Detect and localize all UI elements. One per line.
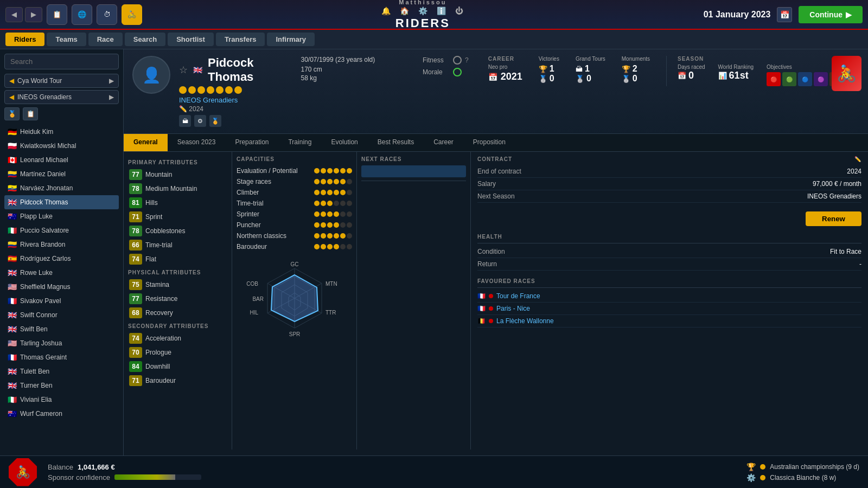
svg-text:HIL: HIL (250, 310, 258, 316)
tab-search[interactable]: Search (125, 33, 165, 46)
grand-tours-label: Grand Tours (576, 56, 605, 62)
morale-indicator (453, 68, 462, 76)
rider-item[interactable]: 🇬🇧Tulett Ben (4, 364, 119, 378)
tab-race[interactable]: Race (88, 33, 123, 46)
sponsor-row: Sponsor confidence (48, 473, 201, 481)
contract-title: CONTRACT ✏️ (477, 156, 861, 162)
neo-pro-label: Neo pro (488, 64, 522, 70)
rider-contract: ✏️ 2024 (179, 105, 292, 113)
info-icon[interactable]: ℹ️ (437, 7, 448, 15)
tab-transfers[interactable]: Transfers (216, 33, 265, 46)
rider-item[interactable]: 🇬🇧Turner Ben (4, 378, 119, 393)
rider-item[interactable]: 🇬🇧Swift Ben (4, 322, 119, 336)
rider-item[interactable]: 🇵🇱Kwiatkowski Michal (4, 139, 119, 153)
obj-icon-3: 🔵 (798, 72, 812, 86)
rider-header: 👤 ☆ 🇬🇧 Pidcock Thomas INEOS Grenadiers ✏… (124, 49, 868, 134)
rider-item[interactable]: 🇮🇹Puccio Salvatore (4, 223, 119, 237)
sort-icon-2[interactable]: 📋 (23, 107, 38, 120)
victories-gold: 🏆 1 (539, 64, 559, 74)
rider-item[interactable]: 🇺🇸Tarling Joshua (4, 336, 119, 350)
team2-dropdown[interactable]: ◀ INEOS Grenadiers ▶ (4, 90, 119, 104)
top-bar-right: 01 January 2023 📅 Continue ▶ (704, 6, 863, 23)
renew-button[interactable]: Renew (806, 211, 861, 226)
race-dot-1 (489, 294, 493, 298)
rider-item[interactable]: 🇪🇨Narváez Jhonatan (4, 181, 119, 195)
tab-riders[interactable]: Riders (5, 33, 44, 46)
rider-item[interactable]: 🇪🇸Rodríguez Carlos (4, 252, 119, 266)
tab-training[interactable]: Training (278, 134, 321, 151)
contract-panel: CONTRACT ✏️ End of contract 2024 Salary … (471, 152, 868, 450)
svg-text:TTR: TTR (326, 310, 336, 316)
top-bar: ◀ ▶ 📋 🌐 ⏱ 🚴 Matthissou 🔔 🏠 ⚙️ ℹ️ ⏻ RIDER… (0, 0, 868, 30)
sort-icon-1[interactable]: 🏅 (4, 107, 20, 120)
rider-item[interactable]: 🇫🇷Sivakov Pavel (4, 294, 119, 308)
power-icon[interactable]: ⏻ (455, 7, 464, 15)
rider-item[interactable]: 🇫🇷Thomas Geraint (4, 350, 119, 364)
cap-northern: Northern classics (237, 230, 352, 241)
tab-teams[interactable]: Teams (47, 33, 86, 46)
next-races-title: NEXT RACES (361, 156, 466, 162)
career-label: CAREER (488, 56, 522, 62)
balance-row: Balance 1,041,666 € (48, 463, 201, 471)
cap-timetrial: Time-trial (237, 198, 352, 209)
weight-info: 58 kg (301, 74, 414, 82)
clock-icon[interactable]: ⏱ (97, 4, 117, 25)
tab-preparation[interactable]: Preparation (225, 134, 278, 151)
cap-climber: Climber (237, 187, 352, 198)
rider-item-pidcock[interactable]: 🇬🇧Pidcock Thomas (4, 195, 119, 209)
forward-button[interactable]: ▶ (25, 7, 42, 22)
race-dot-2 (489, 306, 493, 311)
schedule-icon[interactable]: 📋 (47, 4, 67, 25)
attr-baroudeur: 71 Baroudeur (128, 374, 227, 388)
specialty-icon-1: 🏔 (179, 115, 191, 127)
top-bar-left: ◀ ▶ 📋 🌐 ⏱ 🚴 (5, 4, 142, 25)
france-flag-1: 🇫🇷 (477, 292, 486, 300)
world-ranking: World Ranking 📊 61st (718, 64, 754, 86)
tab-shortlist[interactable]: Shortlist (168, 33, 214, 46)
rider-item[interactable]: 🇦🇺Plapp Luke (4, 209, 119, 223)
career-stats: CAREER Neo pro 📅 2021 Victories 🏆 1 🥈 (488, 56, 859, 86)
continue-button[interactable]: Continue ▶ (799, 6, 863, 23)
favorite-star[interactable]: ☆ (179, 64, 188, 76)
tab-best-results[interactable]: Best Results (368, 134, 424, 151)
continue-arrow: ▶ (846, 10, 852, 19)
bell-icon[interactable]: 🔔 (381, 7, 392, 15)
back-button[interactable]: ◀ (5, 7, 23, 22)
tab-proposition[interactable]: Proposition (463, 134, 515, 151)
rider-item[interactable]: 🇨🇦Leonard Michael (4, 153, 119, 167)
edit-icon[interactable]: ✏️ (854, 156, 861, 162)
obj-icon-1: 🔴 (767, 72, 781, 86)
attr-sprint: 71 Sprint (128, 210, 227, 224)
rider-item[interactable]: 🇮🇹Viviani Elia (4, 393, 119, 407)
divider (361, 181, 466, 181)
team1-dropdown[interactable]: ◀ Cya World Tour ▶ (4, 74, 119, 88)
rider-item[interactable]: 🇦🇺Wurf Cameron (4, 407, 119, 421)
tab-evolution[interactable]: Evolution (321, 134, 367, 151)
globe-icon[interactable]: 🌐 (72, 4, 92, 25)
panels-row: PRIMARY ATTRIBUTES 77 Mountain 78 Medium… (124, 152, 868, 450)
settings-icon[interactable]: ⚙️ (418, 7, 429, 15)
tab-season2023[interactable]: Season 2023 (168, 134, 226, 151)
rider-item[interactable]: 🇺🇸Sheffield Magnus (4, 280, 119, 294)
home-icon[interactable]: 🏠 (400, 7, 411, 15)
rider-item[interactable]: 🇬🇧Swift Connor (4, 308, 119, 322)
svg-text:BAR: BAR (252, 296, 264, 302)
tab-general[interactable]: General (124, 134, 168, 151)
nav-tabs-bar: Riders Teams Race Search Shortlist Trans… (0, 30, 868, 49)
rider-avatar: 👤 (132, 56, 170, 94)
tab-career[interactable]: Career (424, 134, 463, 151)
favoured-races-section: FAVOURED RACES 🇫🇷 Tour de France 🇫🇷 Pari… (477, 278, 861, 328)
rider-item[interactable]: 🇩🇪Heiduk Kim (4, 125, 119, 139)
rider-physical: 30/07/1999 (23 years old) 170 cm 58 kg (301, 56, 414, 82)
monuments-section: Monuments 🏆 2 🥈 0 (622, 56, 650, 86)
rider-item[interactable]: 🇬🇧Rowe Luke (4, 266, 119, 280)
search-input[interactable] (4, 54, 119, 69)
rider-jersey: 🚴 (832, 56, 861, 91)
trophy-event-icon: 🏆 (746, 463, 756, 471)
attr-medium-mountain: 78 Medium Mountain (128, 182, 227, 196)
tab-infirmary[interactable]: Infirmary (267, 33, 315, 46)
rider-icon[interactable]: 🚴 (122, 4, 142, 25)
calendar-icon[interactable]: 📅 (777, 7, 792, 22)
rider-item[interactable]: 🇨🇴Martínez Daniel (4, 167, 119, 181)
rider-item[interactable]: 🇨🇴Rivera Brandon (4, 237, 119, 252)
